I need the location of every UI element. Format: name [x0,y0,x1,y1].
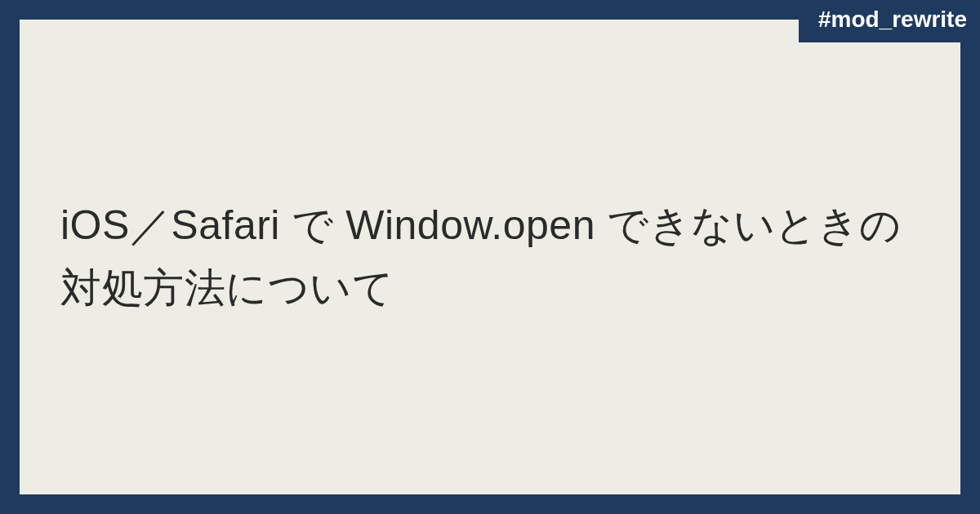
hashtag-text: #mod_rewrite [818,7,967,32]
hashtag-badge: #mod_rewrite [799,0,980,42]
content-area: iOS／Safari で Window.open できないときの対処方法について [20,20,960,494]
article-title: iOS／Safari で Window.open できないときの対処方法について [60,194,920,321]
